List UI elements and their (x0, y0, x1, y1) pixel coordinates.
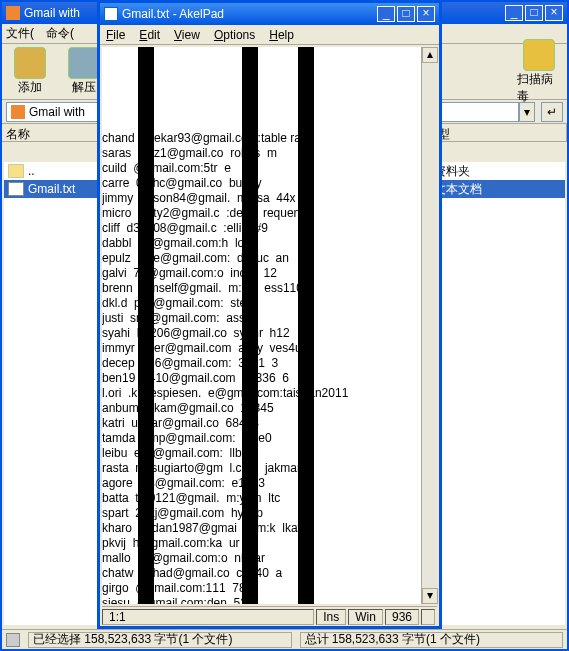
menu-view[interactable]: View (174, 28, 200, 42)
go-button[interactable]: ↵ (541, 102, 563, 122)
vertical-scrollbar[interactable]: ▴ ▾ (421, 47, 437, 604)
status-codepage: 936 (385, 609, 419, 625)
archive-icon (11, 105, 25, 119)
menu-options[interactable]: Options (214, 28, 255, 42)
col-type[interactable]: 类型 (422, 124, 567, 141)
status-position: 1:1 (102, 609, 314, 625)
close-button[interactable]: × (417, 6, 435, 22)
path-text: Gmail with (29, 105, 85, 119)
scroll-down-icon[interactable]: ▾ (422, 588, 438, 604)
scroll-up-icon[interactable]: ▴ (422, 47, 438, 63)
akelpad-icon (104, 7, 118, 21)
editor-menubar: File Edit View Options Help (100, 25, 439, 45)
folder-icon (8, 164, 24, 178)
minimize-button[interactable]: _ (505, 5, 523, 21)
menu-help[interactable]: Help (269, 28, 294, 42)
menu-file[interactable]: File (106, 28, 125, 42)
resize-grip[interactable] (421, 609, 435, 625)
redaction-bar (298, 47, 314, 604)
maximize-button[interactable]: □ (397, 6, 415, 22)
status-selection: 已经选择 158,523,633 字节(1 个文件) (28, 632, 292, 648)
extract-label: 解压 (72, 79, 96, 96)
scan-icon (523, 39, 555, 71)
redaction-bar (138, 47, 154, 604)
file-type: 资料夹 (428, 163, 561, 180)
status-total: 总计 158,523,633 字节(1 个文件) (300, 632, 564, 648)
text-editor[interactable]: chand asekar93@gmail.com:table ransaras … (102, 47, 437, 604)
menu-file[interactable]: 文件( (6, 25, 34, 42)
add-label: 添加 (18, 79, 42, 96)
extract-icon (68, 47, 100, 79)
add-button[interactable]: 添加 (8, 47, 52, 96)
editor-window: Gmail.txt - AkelPad _ □ × File Edit View… (97, 0, 442, 629)
editor-statusbar: 1:1 Ins Win 936 (102, 606, 437, 626)
status-icon (6, 633, 20, 647)
archive-statusbar: 已经选择 158,523,633 字节(1 个文件) 总计 158,523,63… (2, 629, 567, 649)
editor-titlebar[interactable]: Gmail.txt - AkelPad _ □ × (100, 3, 439, 25)
path-dropdown[interactable]: ▾ (519, 102, 535, 122)
status-encoding: Win (348, 609, 383, 625)
menu-command[interactable]: 命令( (46, 25, 74, 42)
add-icon (14, 47, 46, 79)
minimize-button[interactable]: _ (377, 6, 395, 22)
redaction-bar (242, 47, 258, 604)
editor-title: Gmail.txt - AkelPad (122, 7, 377, 21)
text-file-icon (8, 182, 24, 196)
scan-label: 扫描病毒 (517, 71, 561, 105)
scan-button[interactable]: 扫描病毒 (517, 39, 561, 105)
status-insert: Ins (316, 609, 346, 625)
close-button[interactable]: × (545, 5, 563, 21)
file-type: 文本文档 (428, 181, 561, 198)
menu-edit[interactable]: Edit (139, 28, 160, 42)
app-icon (6, 6, 20, 20)
maximize-button[interactable]: □ (525, 5, 543, 21)
